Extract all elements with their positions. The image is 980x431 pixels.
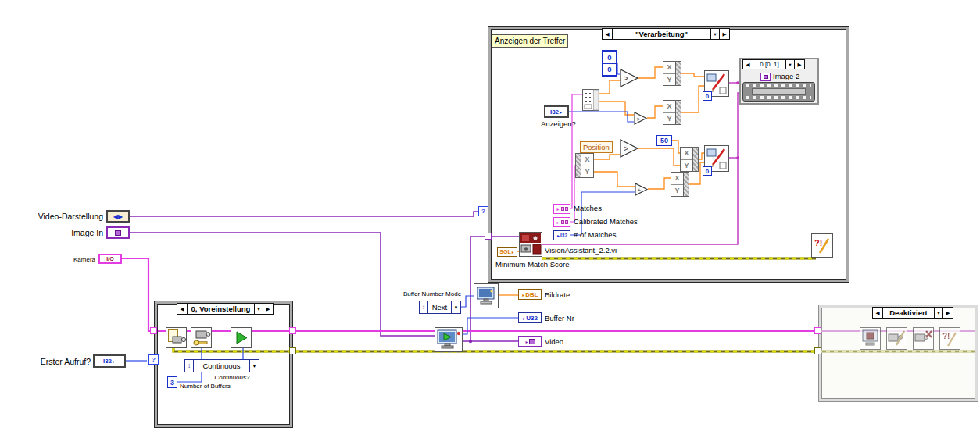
bundle-x-cell[interactable]: X [671,173,683,184]
greater-than-node[interactable]: > [634,112,648,126]
case-selector-value[interactable]: 0, Voreinstellung [188,304,254,314]
bundle-y-cell[interactable]: Y [681,159,692,172]
constant-50[interactable]: 50 [656,135,672,146]
continuous-enum[interactable]: ↕ Continuous ▼ [184,359,259,372]
kamera-terminal[interactable]: I/O [98,254,122,264]
camera-close-node-icon[interactable] [913,327,934,350]
index-prev-arrow-icon[interactable]: ◀ [743,60,753,69]
num-matches-terminal[interactable]: ▸ I32 [553,230,570,240]
image-input-tunnel[interactable] [485,233,492,240]
kamera-label: Kamera [22,255,95,265]
camera-open-node-icon[interactable] [166,327,187,348]
enum-updown-icon[interactable]: ↕ [420,301,428,313]
case-selector-verarbeitung[interactable]: ◀ "Verarbeitung" ▼ ▶ [602,28,730,40]
bundle-xy-node[interactable]: X Y [671,172,689,197]
acquisition-stop-node-icon[interactable] [860,327,881,350]
camera-configure-node-icon[interactable] [191,327,212,348]
image2-terminal[interactable] [760,73,771,81]
case-selector-voreinstellung[interactable]: ◀ 0, Voreinstellung ▼ ▶ [177,303,274,315]
overlay-zero-constant[interactable]: 0 [703,91,712,101]
bundle-xy-node[interactable]: X Y [663,61,681,86]
add-node[interactable]: + [635,183,649,197]
enum-value[interactable]: Next [428,301,451,313]
error-tunnel[interactable] [814,347,821,354]
svg-text:+: + [638,187,642,194]
calibrated-matches-terminal[interactable]: ▸ [553,217,570,227]
index-selector-value[interactable]: 0 [0..1] [753,60,785,69]
greater-than-node[interactable]: > [620,139,639,159]
unbundle-xy-node[interactable]: X Y [575,153,594,178]
greater-than-node[interactable]: > [620,69,639,88]
feed-arrow-icon: ▸ [556,206,559,212]
matches-terminal[interactable]: ▸ [553,204,570,214]
buffer-nr-terminal[interactable]: ▸ U32 [518,312,542,323]
terminal-type: I32 [560,233,567,238]
bundle-y-cell[interactable]: Y [663,112,675,125]
bildrate-terminal[interactable]: ▸ DBL [518,289,542,300]
minimum-match-score-label: Minimum Match Score [495,260,570,269]
sgl-terminal[interactable]: SGL ▸ [497,247,517,257]
buffer-mode-enum[interactable]: ↕ Next ▼ [419,301,461,314]
bundle-y-cell[interactable]: Y [671,184,683,197]
bundle-x-cell[interactable]: X [681,148,692,159]
acquisition-start-node-icon[interactable] [231,327,252,348]
bundle-x-cell[interactable]: X [663,101,675,112]
video-terminal[interactable]: ▸ [518,336,542,347]
erster-aufruf-terminal[interactable]: I32 ▸ [93,354,126,368]
enum-dropdown-icon[interactable]: ▼ [249,360,259,372]
session-tunnel[interactable] [814,327,821,334]
svg-text:?!: ?! [942,332,950,340]
case-next-arrow-icon[interactable]: ▶ [263,304,273,314]
enum-value[interactable]: Continuous [194,360,249,372]
array-constant-zeros[interactable]: 0 0 [602,50,617,77]
index-next-arrow-icon[interactable]: ▶ [794,60,804,69]
bundle-x-cell[interactable]: X [581,154,593,166]
vision-assistant-node-icon[interactable] [519,232,542,257]
anzeigen-terminal[interactable]: I32 ▸ [544,105,569,118]
case-selector-deaktiviert[interactable]: ◀ Deaktiviert ▼ ▶ [872,307,953,319]
image2-label: Image 2 [773,72,799,81]
video-darstellung-terminal[interactable]: ◀▶ [106,210,130,223]
camera-unconfigure-node-icon[interactable] [886,327,907,350]
case-prev-arrow-icon[interactable]: ◀ [873,308,883,318]
case-selector-value[interactable]: "Verarbeitung" [613,29,710,39]
bundle-strip [683,173,689,196]
num-buffers-constant[interactable]: 3 [167,376,177,388]
bundle-x-cell[interactable]: X [663,62,675,73]
session-tunnel[interactable] [289,327,296,334]
array-element[interactable]: 0 [603,63,616,76]
bundle-y-cell[interactable]: Y [663,73,675,86]
overlay-zero-constant[interactable]: 0 [703,166,712,176]
case-next-arrow-icon[interactable]: ▶ [719,29,729,39]
num-matches-label: # of Matches [574,230,616,240]
anzeigen-label: Anzeigen? [541,119,576,129]
error-dialog-node-icon[interactable]: ?! [939,327,960,350]
case-dropdown-icon[interactable]: ▼ [934,308,942,318]
enum-updown-icon[interactable]: ↕ [185,360,194,372]
imaq-grab-node-icon[interactable] [435,327,463,352]
case-selector-tunnel[interactable]: ? [478,206,488,216]
case-prev-arrow-icon[interactable]: ◀ [603,29,613,39]
block-diagram-canvas[interactable]: { "colors": { "wire_image": "#8a28b8", "… [0,0,980,431]
init-case-selector-tunnel[interactable]: ? [148,354,159,365]
case-prev-arrow-icon[interactable]: ◀ [177,304,188,314]
error-tunnel[interactable] [289,347,296,354]
array-element[interactable]: 0 [603,52,616,63]
index-array-node-icon[interactable] [582,89,599,111]
display-window-node-icon[interactable] [474,283,499,308]
image-index-selector[interactable]: ◀ 0 [0..1] ▼ ▶ [742,59,805,69]
index-dropdown-icon[interactable]: ▼ [785,60,794,69]
case-next-arrow-icon[interactable]: ▶ [942,308,953,318]
bundle-xy-node[interactable]: X Y [663,100,681,125]
case-dropdown-icon[interactable]: ▼ [710,29,719,39]
bundle-y-cell[interactable]: Y [581,166,593,178]
bundle-xy-node[interactable]: X Y [680,147,699,172]
session-tunnel[interactable] [150,327,157,334]
case-selector-value[interactable]: Deaktiviert [883,308,934,318]
terminal-type: I32 [550,109,559,116]
matches-label: Matches [574,204,602,213]
case-dropdown-icon[interactable]: ▼ [254,304,263,314]
enum-dropdown-icon[interactable]: ▼ [451,301,460,313]
image-in-terminal[interactable] [106,226,130,239]
error-dialog-node-icon[interactable]: ?! [811,233,833,258]
